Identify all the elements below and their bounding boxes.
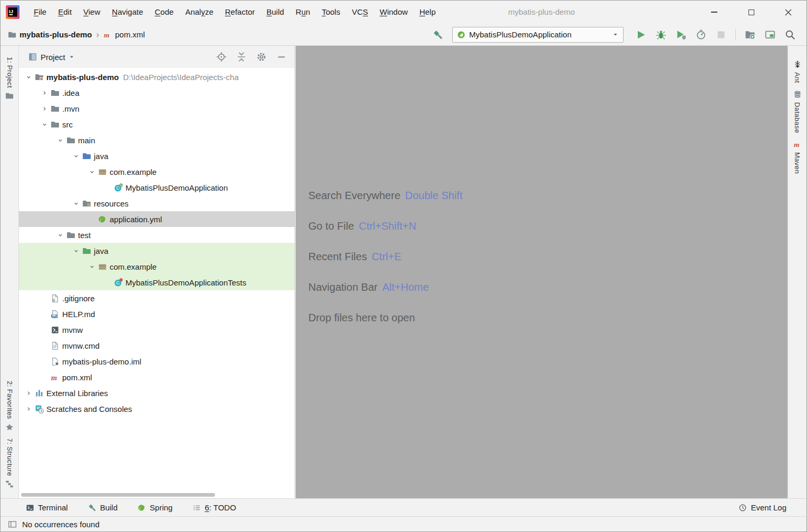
tree-item-mybatis-plus-demo[interactable]: mybatis-plus-demoD:\IdeaProjects\IdeaPro… xyxy=(19,69,295,85)
toolwindow-tab-2-favorites[interactable]: 2: Favorites xyxy=(5,381,14,431)
chevron-spacer xyxy=(39,357,50,366)
menu-build[interactable]: Build xyxy=(260,1,289,24)
svg-text:m: m xyxy=(104,31,110,38)
menu-analyze[interactable]: Analyze xyxy=(179,1,219,24)
tree-item-pom-xml[interactable]: mpom.xml xyxy=(19,369,295,385)
toolwindow-tab-6-todo[interactable]: 6: TODO xyxy=(192,503,236,512)
toolwindow-tab-ant[interactable]: Ant xyxy=(793,60,802,83)
hide-panel-button[interactable] xyxy=(276,52,287,62)
tree-item-mvn[interactable]: .mvn xyxy=(19,101,295,116)
chevron-collapsed-icon[interactable] xyxy=(23,405,34,413)
tree-item-mybatisplusdemoapplication[interactable]: CMybatisPlusDemoApplication xyxy=(19,180,295,195)
menu-view[interactable]: View xyxy=(77,1,106,24)
build-project-button[interactable] xyxy=(433,29,443,40)
chevron-collapsed-icon[interactable] xyxy=(39,104,50,113)
tree-item-external-libraries[interactable]: External Libraries xyxy=(19,385,295,401)
tree-item-mvnw[interactable]: mvnw xyxy=(19,322,295,338)
menu-file[interactable]: File xyxy=(28,1,52,24)
breadcrumb-label: mybatis-plus-demo xyxy=(20,30,92,39)
toolwindow-tab-maven[interactable]: mMaven xyxy=(793,140,802,174)
menu-vcs[interactable]: VCS xyxy=(346,1,374,24)
tree-item-com-example[interactable]: com.example xyxy=(19,164,295,180)
chevron-expanded-icon[interactable] xyxy=(86,168,97,176)
tree-item-mybatisplusdemoapplicationtests[interactable]: CMybatisPlusDemoApplicationTests xyxy=(19,274,295,290)
tree-item-main[interactable]: main xyxy=(19,132,295,148)
chevron-spacer xyxy=(39,341,50,350)
chevron-expanded-icon[interactable] xyxy=(71,247,81,255)
close-button[interactable] xyxy=(770,1,806,24)
chevron-expanded-icon[interactable] xyxy=(55,136,65,144)
toolwindow-tab-label: 6: TODO xyxy=(205,503,236,512)
tree-item-resources[interactable]: resources xyxy=(19,195,295,211)
window-title: mybatis-plus-demo xyxy=(508,1,575,24)
project-structure-button[interactable] xyxy=(745,29,755,40)
menu-run[interactable]: Run xyxy=(290,1,316,24)
intellij-logo-icon: IJ xyxy=(6,5,20,19)
toolwindow-tabs: TerminalBuildSpring6: TODO xyxy=(26,503,236,512)
menu-edit[interactable]: Edit xyxy=(52,1,77,24)
profiler-button[interactable] xyxy=(696,29,706,40)
toolwindow-tab-7-structure[interactable]: 7: Structure xyxy=(5,438,14,488)
tree-item-mybatis-plus-demo-iml[interactable]: mybatis-plus-demo.iml xyxy=(19,353,295,369)
toolwindow-tab-terminal[interactable]: Terminal xyxy=(26,503,68,512)
toolwindow-toggle-icon[interactable] xyxy=(8,520,17,529)
tree-item-application-yml[interactable]: application.yml xyxy=(19,211,295,227)
run-button[interactable] xyxy=(636,29,646,40)
tree-item-com-example[interactable]: com.example xyxy=(19,259,295,274)
event-log-button[interactable]: Event Log xyxy=(738,503,786,512)
chevron-expanded-icon[interactable] xyxy=(71,152,81,160)
tree-item-scratches-and-consoles[interactable]: Scratches and Consoles xyxy=(19,401,295,417)
toolwindows-button[interactable] xyxy=(765,29,775,40)
toolwindow-tab-label: Ant xyxy=(793,72,801,83)
tree-item-label: resources xyxy=(94,199,129,208)
locate-file-button[interactable] xyxy=(216,52,227,62)
tree-item-java[interactable]: java xyxy=(19,243,295,259)
collapse-all-button[interactable] xyxy=(236,52,247,62)
toolwindow-tab-database[interactable]: Database xyxy=(793,90,802,133)
horizontal-scrollbar[interactable] xyxy=(21,493,215,497)
chevron-expanded-icon[interactable] xyxy=(55,231,65,239)
tree-item-mvnw-cmd[interactable]: mvnw.cmd xyxy=(19,338,295,353)
toolwindow-tab-label: 2: Favorites xyxy=(6,381,14,419)
chevron-down-icon[interactable] xyxy=(69,54,75,60)
chevron-down-icon xyxy=(612,31,619,38)
menu-navigate[interactable]: Navigate xyxy=(106,1,149,24)
event-log-icon xyxy=(738,504,747,512)
breadcrumb-mybatis-plus-demo[interactable]: mybatis-plus-demo xyxy=(8,30,92,39)
chevron-expanded-icon[interactable] xyxy=(71,199,81,208)
minimize-button[interactable] xyxy=(696,1,733,24)
chevron-expanded-icon[interactable] xyxy=(39,120,50,129)
tree-item-gitignore[interactable]: .gitignore xyxy=(19,290,295,306)
run-configuration-select[interactable]: MybatisPlusDemoApplication xyxy=(452,27,624,43)
run-with-coverage-button[interactable] xyxy=(676,29,686,40)
svg-text:C: C xyxy=(116,185,120,191)
chevron-collapsed-icon[interactable] xyxy=(39,88,50,97)
debug-button[interactable] xyxy=(656,29,666,40)
menu-help[interactable]: Help xyxy=(414,1,442,24)
maven-icon: m xyxy=(103,31,112,39)
menu-code[interactable]: Code xyxy=(149,1,180,24)
breadcrumb-label: pom.xml xyxy=(115,30,145,39)
breadcrumb-pom-xml[interactable]: mpom.xml xyxy=(103,30,145,39)
toolwindow-tab-spring[interactable]: Spring xyxy=(138,503,172,512)
maximize-button[interactable] xyxy=(733,1,770,24)
hint-shortcut: Ctrl+Shift+N xyxy=(359,220,416,232)
menu-window[interactable]: Window xyxy=(374,1,413,24)
chevron-expanded-icon[interactable] xyxy=(86,262,97,271)
chevron-expanded-icon[interactable] xyxy=(23,73,34,81)
chevron-collapsed-icon[interactable] xyxy=(23,389,34,397)
iml-file-icon xyxy=(51,357,60,366)
project-toolwindow: Project mybatis-plus-demoD:\IdeaProjects… xyxy=(19,46,295,498)
tree-item-test[interactable]: test xyxy=(19,227,295,243)
menu-refactor[interactable]: Refactor xyxy=(219,1,261,24)
tree-item-java[interactable]: java xyxy=(19,148,295,164)
project-panel-title[interactable]: Project xyxy=(41,53,65,62)
tree-item-help-md[interactable]: MDHELP.md xyxy=(19,306,295,322)
menu-tools[interactable]: Tools xyxy=(316,1,346,24)
search-everywhere-button[interactable] xyxy=(785,29,795,40)
tree-item-idea[interactable]: .idea xyxy=(19,85,295,101)
toolwindow-tab-1-project[interactable]: 1: Project xyxy=(5,57,14,100)
tree-item-src[interactable]: src xyxy=(19,116,295,132)
settings-button[interactable] xyxy=(256,52,267,62)
toolwindow-tab-build[interactable]: Build xyxy=(88,503,118,512)
